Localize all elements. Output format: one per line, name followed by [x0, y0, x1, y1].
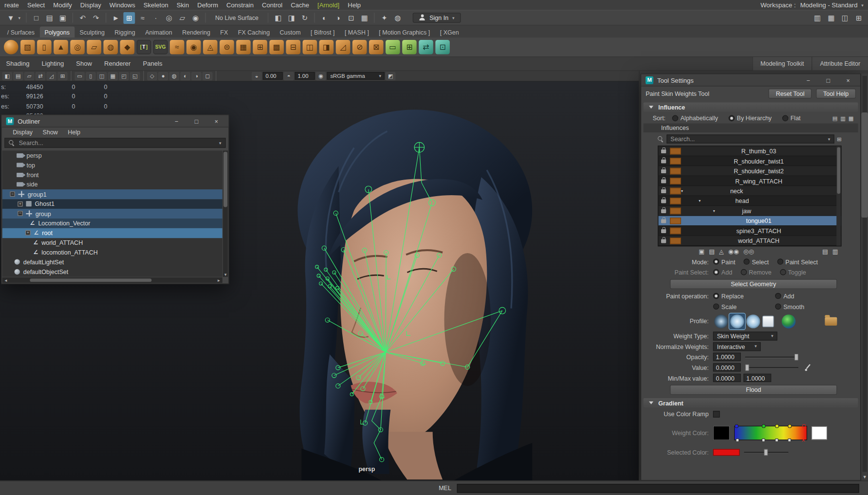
menu-help[interactable]: Help	[348, 1, 361, 8]
mel-language-toggle[interactable]: MEL	[439, 484, 451, 491]
show-influenced-verts-icon[interactable]: ◎◎	[743, 248, 754, 256]
sort-flat-radio[interactable]: Flat	[782, 114, 801, 121]
menu-skeleton[interactable]: Skeleton	[144, 1, 168, 8]
outliner-vertical-scrollbar[interactable]: ▼	[223, 150, 228, 276]
command-line-input[interactable]	[457, 484, 859, 493]
outliner-item-ghost1[interactable]: +Ghost1	[2, 199, 222, 209]
minimize-button[interactable]: −	[172, 118, 181, 125]
weight-color-swatch[interactable]	[713, 426, 730, 440]
2d-pan-zoom-icon[interactable]: ⇄	[36, 72, 45, 80]
outliner-item-default-object-set[interactable]: defaultObjectSet	[2, 267, 222, 276]
selection-mask-dropdown[interactable]: ▼▾	[3, 11, 22, 24]
select-geometry-button[interactable]: Select Geometry	[670, 279, 837, 289]
sort-by-hierarchy-radio[interactable]: By Hierarchy	[728, 114, 772, 121]
selected-color-slider[interactable]	[744, 448, 788, 456]
shelf-cone-icon[interactable]: ▲	[54, 40, 68, 55]
lock-icon[interactable]	[661, 239, 666, 243]
camera-attributes-icon[interactable]: ◧	[2, 72, 12, 80]
ramp-marker-yellow2[interactable]	[788, 424, 792, 428]
scrollbar-thumb[interactable]	[30, 278, 151, 282]
sort-alphabetically-radio[interactable]: Alphabetically	[672, 114, 718, 121]
influence-section-header[interactable]: Influence	[644, 102, 858, 111]
shadows-toggle-icon[interactable]: ◑	[191, 72, 201, 80]
scrollbar-thumb[interactable]	[223, 152, 227, 207]
shelf-bevel-icon[interactable]: ◿	[336, 40, 351, 55]
expand-expander-icon[interactable]: +	[18, 202, 22, 206]
scroll-down-arrow-icon[interactable]: ▼	[223, 273, 228, 276]
lock-icon[interactable]	[661, 219, 666, 223]
shelf-tab-animation[interactable]: Animation	[140, 27, 177, 38]
shelf-tab-sculpting[interactable]: Sculpting	[74, 27, 110, 38]
shelf-tab-polygons[interactable]: Polygons	[39, 27, 74, 38]
outliner-titlebar[interactable]: M Outliner − □ ×	[1, 115, 228, 128]
shelf-boolean-union-icon[interactable]: ◉	[186, 40, 201, 55]
influence-item-r-shoulder-twist2[interactable]: R_shoulder_twist2	[658, 166, 841, 176]
four-pane-layout-icon[interactable]: ▦	[826, 12, 837, 23]
maximize-button[interactable]: □	[824, 77, 832, 84]
paint-select-remove-radio[interactable]: Remove	[740, 269, 772, 275]
shelf-retopologize-icon[interactable]: ⊞	[253, 40, 267, 55]
value-field[interactable]: 0.0000	[713, 363, 741, 371]
no-live-surface-button[interactable]: No Live Surface	[210, 15, 264, 21]
browse-brush-button[interactable]	[824, 316, 838, 327]
max-value-field[interactable]: 1.0000	[743, 374, 771, 382]
shelf-make-live-icon[interactable]: ⊞	[402, 40, 417, 55]
paint-effects-icon[interactable]: ✦	[379, 12, 390, 23]
outliner-search-input[interactable]: Search... ▾	[4, 138, 226, 147]
shelf-tab-fx-caching[interactable]: FX Caching	[233, 27, 275, 38]
menu-deform[interactable]: Deform	[197, 1, 218, 8]
shelf-quad-draw-icon[interactable]: ▭	[386, 40, 400, 55]
hierarchy-arrow-icon[interactable]: ▾	[699, 199, 701, 203]
lock-icon[interactable]	[661, 209, 666, 213]
shelf-cylinder-icon[interactable]: ▯	[37, 40, 52, 55]
ipr-render-icon[interactable]: ◑	[332, 12, 344, 23]
influence-item-jaw[interactable]: ▾jaw	[658, 206, 841, 216]
shelf-tab-motion-graphics[interactable]: [ Motion Graphics ]	[374, 27, 435, 38]
outliner-item-world-attach[interactable]: ∠world_ATTACH	[2, 238, 222, 248]
output-connections-icon[interactable]: ◨	[286, 12, 297, 23]
brush-gaussian-button[interactable]	[713, 313, 729, 329]
influence-item-neck[interactable]: ▾neck	[658, 186, 841, 196]
lock-icon[interactable]	[661, 229, 666, 233]
bookmarks-icon[interactable]: ▤	[13, 72, 23, 80]
shelf-separate-icon[interactable]: ◫	[303, 40, 317, 55]
ramp-marker-blue[interactable]	[735, 424, 739, 428]
influence-item-world-attach[interactable]: world_ATTACH	[658, 236, 841, 246]
influence-item-r-thumb-03[interactable]: R_thumb_03	[658, 146, 841, 156]
ramp-key-icon[interactable]	[762, 439, 765, 442]
sidebar-layout-icon[interactable]: ◫	[839, 12, 851, 23]
shelf-svg-icon[interactable]: SVG	[153, 40, 168, 55]
gamma-icon[interactable]: ◓	[284, 72, 294, 80]
brush-solid-button[interactable]	[745, 313, 761, 329]
outliner-item-front[interactable]: front	[2, 170, 222, 180]
paint-select-add-radio[interactable]: Add	[713, 269, 732, 275]
shelf-tab-rendering[interactable]: Rendering	[177, 27, 215, 38]
redo-icon[interactable]: ↷	[90, 12, 102, 23]
tab-attribute-editor[interactable]: Attribute Editor	[812, 57, 868, 70]
shelf-multicut-icon[interactable]: ⊠	[369, 40, 384, 55]
select-tool-icon[interactable]: ►	[110, 12, 122, 23]
scroll-down-arrow-icon[interactable]: ▼	[861, 475, 868, 479]
shelf-cube-icon[interactable]: ▧	[20, 40, 35, 55]
snap-to-view-plane-icon[interactable]: ▱	[177, 12, 188, 23]
menu-create[interactable]: reate	[4, 1, 19, 8]
sign-in-button[interactable]: Sign In ▾	[413, 13, 461, 22]
operation-scale-radio[interactable]: Scale	[713, 303, 775, 310]
slider-handle[interactable]	[745, 364, 749, 371]
workspace-selector[interactable]: Modeling - Standard ▾	[800, 1, 864, 8]
exposure-icon[interactable]: ◒	[252, 72, 261, 80]
mode-select-radio[interactable]: Select	[743, 258, 769, 265]
outliner-item-default-light-set[interactable]: defaultLightSet	[2, 257, 222, 267]
weight-type-dropdown[interactable]: Skin Weight ▾	[713, 331, 777, 340]
lock-icon[interactable]	[661, 180, 666, 183]
grease-pencil-icon[interactable]: ◿	[46, 72, 56, 80]
brush-soft-button[interactable]	[729, 313, 745, 329]
save-scene-icon[interactable]: ▣	[57, 12, 69, 23]
outliner-menu-show[interactable]: Show	[43, 129, 58, 136]
max-color-swatch[interactable]	[812, 426, 827, 440]
single-pane-layout-icon[interactable]: ▥	[812, 12, 823, 23]
copy-weights-icon[interactable]: ▣	[699, 248, 704, 256]
shelf-mirror-icon[interactable]: ⇄	[419, 40, 433, 55]
influence-item-head[interactable]: ▾head	[658, 196, 841, 206]
mode-paint-select-radio[interactable]: Paint Select	[777, 258, 818, 265]
